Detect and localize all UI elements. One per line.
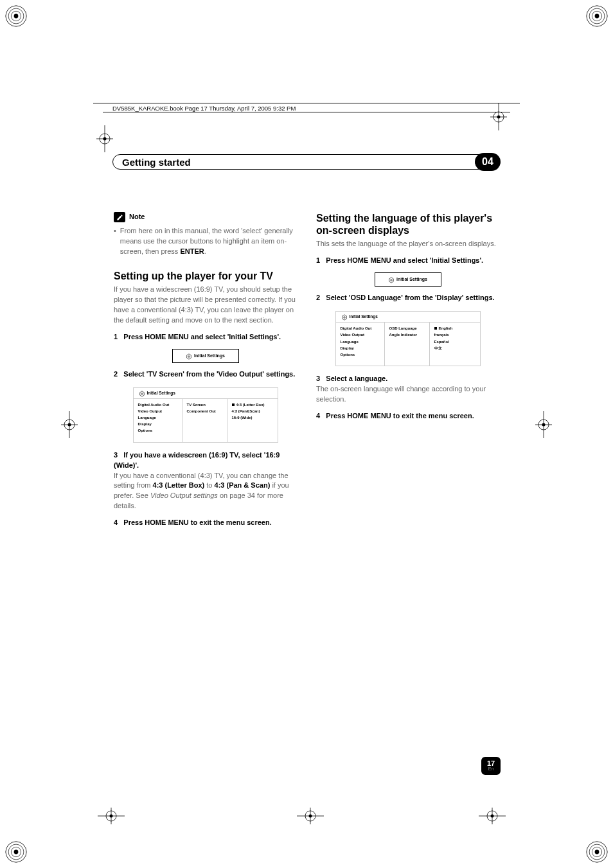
initial-settings-button: Initial Settings [375,272,441,287]
svg-point-35 [491,815,494,818]
bullet-icon: • [114,226,116,257]
svg-point-41 [391,279,393,281]
section-heading: Setting up the player for your TV [114,270,297,282]
step-3: 3 If you have a widescreen (16:9) TV, se… [114,450,297,471]
svg-point-27 [110,815,113,818]
svg-point-15 [542,423,546,427]
pencil-icon [114,212,125,222]
registration-mark-icon [5,841,27,863]
display-menu: Initial Settings Digital Audio Out Video… [335,311,481,366]
menu-subitems: OSD Language Angle Indicator [385,323,430,366]
registration-mark-icon [586,841,608,863]
svg-point-11 [68,423,71,427]
svg-point-23 [497,116,501,119]
page-number-badge: 17 En [481,757,501,775]
settings-icon [139,390,145,396]
svg-marker-36 [187,354,191,359]
crop-mark-icon [61,411,78,438]
step-3: 3 Select a language. [316,374,499,384]
step-3-body: If you have a conventional (4:3) TV, you… [114,471,297,512]
chapter-title: Getting started [122,157,191,168]
svg-point-39 [141,393,143,394]
svg-point-37 [188,355,190,357]
crop-mark-icon [96,125,113,152]
svg-point-19 [103,137,107,141]
settings-icon [388,276,395,283]
crop-mark-icon [297,808,324,824]
svg-rect-6 [5,841,27,863]
step-2: 2 Select 'TV Screen' from the 'Video Out… [114,369,297,380]
header-rule [93,103,520,103]
registration-mark-icon [5,5,27,27]
svg-marker-38 [139,391,144,396]
initial-settings-button: Initial Settings [172,349,239,363]
step-1: 1 Press HOME MENU and select 'Initial Se… [316,256,499,266]
settings-icon [186,353,192,359]
header-rule-inner [103,112,510,112]
section-intro: If you have a widescreen (16:9) TV, you … [114,285,297,326]
crop-mark-icon [98,808,125,824]
radio-icon [434,327,437,330]
menu-subitems: TV Screen Component Out [182,399,227,442]
header-file-info: DV585K_KARAOKE.book Page 17 Thursday, Ap… [112,105,296,112]
crop-mark-icon [535,411,552,438]
crop-mark-icon [490,103,507,130]
menu-options: English français Español 中文 [430,323,480,366]
step-4: 4 Press HOME MENU to exit the menu scree… [114,518,297,528]
chapter-title-bar: Getting started [112,154,498,170]
menu-categories: Digital Audio Out Video Output Language … [336,323,385,366]
video-output-menu: Initial Settings Digital Audio Out Video… [133,387,278,443]
svg-point-31 [309,815,312,818]
svg-rect-7 [586,841,608,863]
step-1: 1 Press HOME MENU and select 'Initial Se… [114,332,297,342]
svg-marker-42 [342,315,346,320]
svg-rect-5 [586,5,608,27]
svg-point-43 [343,317,345,319]
section-intro: This sets the language of the player's o… [316,239,499,249]
step-2: 2 Select 'OSD Language' from the 'Displa… [316,293,499,303]
step-4: 4 Press HOME MENU to exit the menu scree… [316,411,499,421]
chapter-number-badge: 04 [475,153,501,171]
menu-categories: Digital Audio Out Video Output Language … [134,399,182,442]
menu-options: 4:3 (Letter Box) 4:3 (Pan&Scan) 16:9 (Wi… [227,399,278,442]
radio-icon [232,403,235,406]
registration-mark-icon [586,5,608,27]
svg-rect-4 [5,5,27,27]
crop-mark-icon [479,808,506,824]
section-heading: Setting the language of this player's on… [316,212,499,236]
note-label: Note [129,212,145,222]
settings-icon [341,314,348,320]
step-3-body: The on-screen language will change accor… [316,384,499,405]
note-text: From here on in this manual, the word 's… [120,226,297,257]
svg-marker-40 [389,278,394,283]
